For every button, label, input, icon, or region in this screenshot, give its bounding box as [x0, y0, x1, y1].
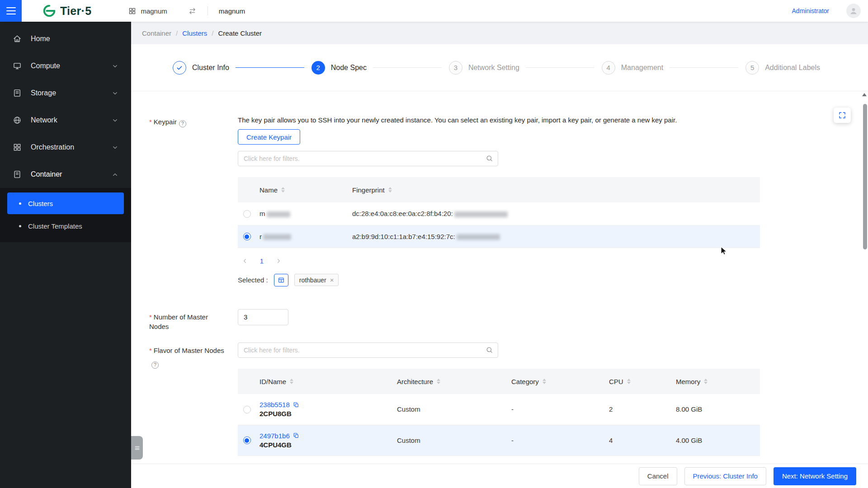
search-icon[interactable]: [486, 155, 493, 162]
breadcrumb-container: Container: [142, 29, 171, 37]
chevron-down-icon: [112, 90, 118, 97]
fullscreen-button[interactable]: [834, 108, 851, 123]
column-header-memory[interactable]: Memory: [676, 378, 708, 385]
switch-project-icon[interactable]: [188, 7, 197, 15]
network-icon: [13, 116, 22, 125]
chevron-down-icon: [112, 117, 118, 124]
column-header-cpu[interactable]: CPU: [609, 378, 631, 385]
help-icon[interactable]: ?: [151, 361, 159, 369]
sidebar-item-orchestration[interactable]: Orchestration: [0, 134, 131, 161]
column-header-category[interactable]: Category: [511, 378, 546, 385]
keypair-name: r: [259, 233, 262, 240]
flavor-name: 2CPU8GB: [259, 410, 390, 418]
copy-icon[interactable]: [293, 402, 299, 408]
sidebar-item-home[interactable]: Home: [0, 25, 131, 52]
keypair-label: *Keypair?: [149, 114, 227, 298]
next-page-icon[interactable]: [275, 258, 282, 264]
keypair-name: m: [259, 210, 265, 217]
flavor-field-row: *Flavor of Master Nodes ?: [149, 343, 868, 456]
orchestration-icon: [13, 143, 22, 152]
step-label: Additional Labels: [765, 64, 820, 72]
selected-keypair-line: Selected : rothbauer ×: [238, 274, 760, 286]
step-2-node-spec[interactable]: 2 Node Spec: [311, 61, 373, 75]
copy-icon[interactable]: [293, 432, 299, 439]
master-count-field: [238, 309, 760, 332]
page-number[interactable]: 1: [257, 257, 266, 265]
project-switcher[interactable]: magnum: [128, 7, 167, 15]
flavor-cpu: 4: [609, 436, 613, 444]
keypair-field-row: *Keypair? The key pair allows you to SSH…: [149, 114, 868, 298]
breadcrumb-clusters-link[interactable]: Clusters: [182, 29, 207, 37]
keypair-filter-input[interactable]: [238, 151, 498, 166]
sidebar: Home Compute Storage: [0, 22, 131, 488]
flavor-table-header: ID/Name Architecture Category CPU Memory: [238, 369, 760, 394]
sidebar-item-network[interactable]: Network: [0, 107, 131, 134]
column-header-architecture[interactable]: Architecture: [397, 378, 440, 385]
sort-icon: [542, 379, 546, 384]
sort-icon: [388, 187, 392, 192]
radio-button-selected[interactable]: [243, 436, 251, 444]
redacted-text: [263, 234, 291, 240]
previous-step-button[interactable]: Previous: Cluster Info: [684, 467, 766, 485]
sidebar-item-container[interactable]: Container: [0, 161, 131, 188]
container-icon: [13, 170, 22, 179]
selected-list-button[interactable]: [274, 274, 288, 286]
sidebar-item-clusters[interactable]: Clusters: [7, 192, 124, 214]
step-number: 5: [745, 61, 759, 75]
column-header-fingerprint[interactable]: Fingerprint: [352, 186, 392, 194]
step-1-cluster-info[interactable]: Cluster Info: [173, 61, 236, 75]
chevron-up-icon: [112, 171, 118, 178]
breadcrumb-current: Create Cluster: [218, 29, 262, 37]
app-root: Tier·5 magnum magnum Administrator: [0, 0, 868, 488]
sidebar-item-cluster-templates[interactable]: Cluster Templates: [7, 215, 124, 237]
step-4-management[interactable]: 4 Management: [602, 61, 670, 75]
required-mark: *: [149, 347, 152, 354]
flavor-row[interactable]: 238b5518 2CPU8GB Custom -: [238, 394, 760, 425]
search-icon[interactable]: [486, 346, 493, 354]
scrollbar-up-arrow[interactable]: [862, 93, 867, 96]
breadcrumb-separator: /: [212, 29, 213, 37]
radio-button-selected[interactable]: [243, 233, 251, 240]
step-5-additional-labels[interactable]: 5 Additional Labels: [745, 61, 826, 75]
flavor-filter-input[interactable]: [238, 343, 498, 358]
scrollbar-thumb[interactable]: [863, 104, 867, 249]
column-header-name[interactable]: Name: [259, 186, 285, 194]
bullet-icon: [19, 225, 21, 227]
collapse-handle[interactable]: [131, 436, 143, 460]
keypair-row-selected[interactable]: r a2:b9:9d:10:c1:1a:b7:e4:15:92:7c:: [238, 225, 760, 248]
breadcrumb-separator: /: [176, 29, 178, 37]
tag-close-icon[interactable]: ×: [330, 277, 334, 283]
keypair-row[interactable]: m dc:28:e4:0a:c8:ee:0a:c2:8f:b4:20:: [238, 202, 760, 225]
flavor-row-selected[interactable]: 2497b1b6 4CPU4GB Custom -: [238, 425, 760, 455]
create-keypair-button[interactable]: Create Keypair: [238, 129, 300, 145]
project-name: magnum: [141, 7, 167, 15]
flavor-field: ID/Name Architecture Category CPU Memory: [238, 343, 760, 456]
master-count-input[interactable]: [238, 309, 288, 325]
prev-page-icon[interactable]: [241, 258, 248, 264]
step-3-network-setting[interactable]: 3 Network Setting: [449, 61, 526, 75]
required-mark: *: [149, 118, 152, 126]
flavor-category: -: [511, 405, 514, 413]
column-header-id-name[interactable]: ID/Name: [259, 378, 293, 385]
list-icon: [134, 445, 141, 451]
logo[interactable]: Tier·5: [42, 4, 91, 18]
administrator-menu[interactable]: Administrator: [792, 7, 829, 14]
flavor-id-link[interactable]: 2497b1b6: [259, 432, 390, 440]
keypair-fingerprint: dc:28:e4:0a:c8:ee:0a:c2:8f:b4:20:: [352, 210, 453, 217]
next-step-button[interactable]: Next: Network Setting: [774, 467, 856, 485]
user-icon: [849, 6, 859, 16]
logo-text: Tier·5: [60, 5, 91, 18]
menu-toggle-button[interactable]: [0, 0, 22, 22]
cancel-button[interactable]: Cancel: [639, 467, 677, 485]
header-divider: [208, 6, 208, 15]
step-check-icon: [173, 61, 186, 75]
avatar[interactable]: [846, 4, 861, 18]
radio-button[interactable]: [243, 406, 251, 413]
sidebar-item-storage[interactable]: Storage: [0, 80, 131, 107]
help-icon[interactable]: ?: [179, 120, 186, 127]
radio-button[interactable]: [243, 210, 251, 218]
form-scroll-area: *Keypair? The key pair allows you to SSH…: [131, 91, 868, 464]
sidebar-item-compute[interactable]: Compute: [0, 52, 131, 80]
flavor-id-link[interactable]: 238b5518: [259, 401, 390, 408]
master-count-label: *Number of Master Nodes: [149, 309, 227, 332]
